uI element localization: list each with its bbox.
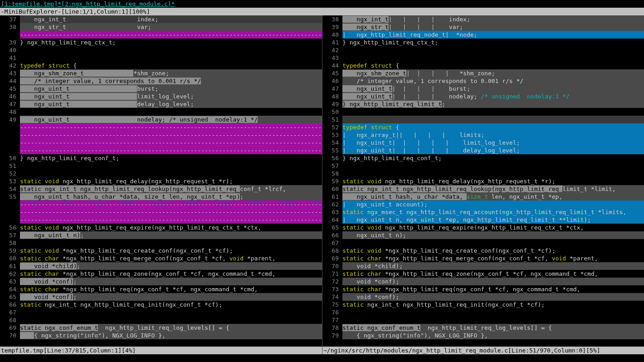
code-line[interactable]: 41} ngx_http_limit_req_ctx_t; (322, 39, 644, 46)
code-text[interactable]: static void *ngx_http_limit_req_create_c… (342, 247, 644, 254)
code-line[interactable]: 65 void *conf); (0, 293, 322, 301)
code-line[interactable]: 47 ngx_uint_t delay_log_level; (0, 100, 322, 108)
code-text[interactable]: typedef struct { (342, 123, 644, 131)
code-text[interactable]: static ngx_conf_enum_t ngx_http_limit_re… (342, 324, 644, 332)
code-text[interactable]: static char *ngx_http_limit_req_zone(ngx… (20, 270, 322, 278)
code-text[interactable]: static ngx_int_t ngx_http_limit_req_init… (342, 301, 644, 308)
code-line[interactable]: 54| ngx_uint_t| | | | | limit_log_level; (322, 139, 644, 147)
code-line[interactable]: 44 /* integer value, 1 corresponds to 0.… (0, 77, 322, 85)
code-line[interactable]: 45 ngx_uint_t burst; (0, 85, 322, 93)
code-text[interactable]: ngx_uint_t n); (20, 231, 322, 239)
code-text[interactable]: static void ngx_http_limit_req_expire(ng… (342, 224, 644, 231)
code-line[interactable]: 75static ngx_int_t ngx_http_limit_req_in… (322, 301, 644, 308)
code-line[interactable]: 58 (322, 170, 644, 177)
code-text[interactable]: static ngx_int_t ngx_http_limit_req_look… (20, 185, 322, 193)
code-text[interactable]: { ngx_string("info"), NGX_LOG_INFO }, (342, 332, 644, 339)
code-text[interactable]: typedef struct { (342, 62, 644, 69)
code-line[interactable]: 48 (0, 108, 322, 116)
code-line[interactable]: 64| ngx_uint_t n, ngx_uint_t *ep, ngx_ht… (322, 216, 644, 224)
code-line[interactable]: 39} ngx_http_limit_req_ctx_t; (0, 39, 322, 46)
code-line[interactable]: 51 (0, 162, 322, 170)
code-text[interactable] (342, 308, 644, 316)
code-line[interactable]: 63 void *conf); (0, 278, 322, 285)
code-line[interactable]: ----------------------------------------… (0, 123, 322, 131)
code-line[interactable]: ----------------------------------------… (0, 201, 322, 208)
code-line[interactable]: 47 ngx_uint_t| | | | burst; (322, 85, 644, 93)
code-line[interactable]: 41 (0, 54, 322, 62)
code-line[interactable]: 39 ngx_str_t| | | | var; (322, 23, 644, 31)
right-pane[interactable]: 38 ngx_int_t| | | | index;39 ngx_str_t| … (322, 15, 644, 354)
code-line[interactable]: 63static ngx_msec_t ngx_http_limit_req_a… (322, 208, 644, 216)
code-text[interactable] (20, 239, 322, 247)
code-text[interactable] (342, 46, 644, 54)
code-text[interactable]: | ngx_http_limit_req_node_t| *node; (342, 31, 644, 39)
code-text[interactable]: } ngx_http_limit_req_limit_t; (342, 100, 644, 108)
code-line[interactable]: 40 (0, 46, 322, 54)
code-line[interactable]: 62| ngx_uint_t account); (322, 201, 644, 208)
code-line[interactable]: 72 void *conf); (322, 278, 644, 285)
code-text[interactable]: ----------------------------------------… (20, 216, 322, 224)
code-line[interactable]: 69static char *ngx_http_limit_req_merge_… (322, 254, 644, 262)
code-text[interactable] (342, 162, 644, 170)
code-line[interactable]: 62static char *ngx_http_limit_req_zone(n… (0, 270, 322, 278)
code-text[interactable]: static char *ngx_http_limit_req_merge_co… (342, 254, 644, 262)
code-text[interactable] (342, 108, 644, 116)
code-line[interactable]: 38 ngx_str_t var; (0, 23, 322, 31)
code-line[interactable]: ----------------------------------------… (0, 31, 322, 39)
code-line[interactable]: 77 (322, 316, 644, 324)
code-text[interactable] (342, 316, 644, 324)
code-text[interactable]: ngx_int_t index; (20, 15, 322, 23)
code-text[interactable]: | ngx_uint_t| | | | | limit_log_level; (342, 139, 644, 147)
code-text[interactable]: } ngx_http_limit_req_conf_t; (342, 154, 644, 162)
code-text[interactable]: static void ngx_http_limit_req_expire(ng… (20, 224, 322, 231)
code-line[interactable]: 42typedef struct { (0, 62, 322, 69)
code-text[interactable]: static ngx_conf_enum_t ngx_http_limit_re… (20, 324, 322, 332)
code-text[interactable]: static char *ngx_http_limit_req(ngx_conf… (342, 285, 644, 293)
code-line[interactable]: 52 (0, 170, 322, 177)
code-line[interactable]: 68 (0, 316, 322, 324)
code-line[interactable]: 37 ngx_int_t index; (0, 15, 322, 23)
code-line[interactable]: 52typedef struct { (322, 123, 644, 131)
code-text[interactable]: static char *ngx_http_limit_req(ngx_conf… (20, 285, 322, 293)
code-text[interactable]: static void ngx_http_limit_req_delay(ngx… (342, 177, 644, 185)
code-text[interactable]: ngx_uint_t| | | | burst; (342, 85, 644, 93)
code-text[interactable]: ngx_shm_zone_t *shm_zone; (20, 69, 322, 77)
code-line[interactable]: 42 (322, 46, 644, 54)
code-text[interactable] (20, 46, 322, 54)
code-text[interactable]: } ngx_http_limit_req_ctx_t; (20, 39, 322, 46)
code-line[interactable]: 66 ngx_uint_t n); (322, 231, 644, 239)
code-text[interactable]: void *child); (342, 262, 644, 270)
code-line[interactable]: 38 ngx_int_t| | | | index; (322, 15, 644, 23)
code-line[interactable]: 48 ngx_uint_t| | | | nodelay; /* unsigne… (322, 93, 644, 100)
code-text[interactable]: ngx_uint_t hash, u_char *data, size_t le… (20, 193, 322, 201)
code-text[interactable]: ngx_uint_t hash, u_char *data, size_t le… (342, 193, 644, 201)
code-text[interactable]: ngx_shm_zone_t| | | | *shm_zone; (342, 69, 644, 77)
code-text[interactable]: ngx_int_t| | | | index; (342, 15, 644, 23)
code-text[interactable]: ----------------------------------------… (20, 208, 322, 216)
code-line[interactable]: 60static ngx_int_t ngx_http_limit_req_lo… (322, 185, 644, 193)
code-line[interactable]: 44typedef struct { (322, 62, 644, 69)
code-text[interactable]: ngx_uint_t delay_log_level; (20, 100, 322, 108)
code-line[interactable]: 78static ngx_conf_enum_t ngx_http_limit_… (322, 324, 644, 332)
code-text[interactable]: static ngx_msec_t ngx_http_limit_req_acc… (342, 208, 644, 216)
code-text[interactable]: void *conf); (342, 278, 644, 285)
code-line[interactable]: 54static ngx_int_t ngx_http_limit_req_lo… (0, 185, 322, 193)
code-line[interactable]: 50} ngx_http_limit_req_conf_t; (0, 154, 322, 162)
code-text[interactable]: ngx_uint_t limit_log_level; (20, 93, 322, 100)
left-pane[interactable]: 37 ngx_int_t index;38 ngx_str_t var;----… (0, 15, 322, 354)
code-line[interactable]: 45 ngx_shm_zone_t| | | | *shm_zone; (322, 69, 644, 77)
code-line[interactable]: ----------------------------------------… (0, 147, 322, 154)
code-text[interactable]: ----------------------------------------… (20, 131, 322, 139)
code-line[interactable]: 43 (322, 54, 644, 62)
code-text[interactable] (342, 54, 644, 62)
code-line[interactable]: 69static ngx_conf_enum_t ngx_http_limit_… (0, 324, 322, 332)
code-line[interactable]: 53| ngx_array_t|| | | | limits; (322, 131, 644, 139)
code-line[interactable]: 57 ngx_uint_t n); (0, 231, 322, 239)
code-text[interactable] (20, 162, 322, 170)
code-text[interactable]: ngx_str_t var; (20, 23, 322, 31)
code-text[interactable] (342, 170, 644, 177)
code-line[interactable]: 55| ngx_uint_t| | | | | delay_log_level; (322, 147, 644, 154)
code-line[interactable]: 40| ngx_http_limit_req_node_t| *node; (322, 31, 644, 39)
code-text[interactable] (20, 108, 322, 116)
code-text[interactable]: } ngx_http_limit_req_ctx_t; (342, 39, 644, 46)
